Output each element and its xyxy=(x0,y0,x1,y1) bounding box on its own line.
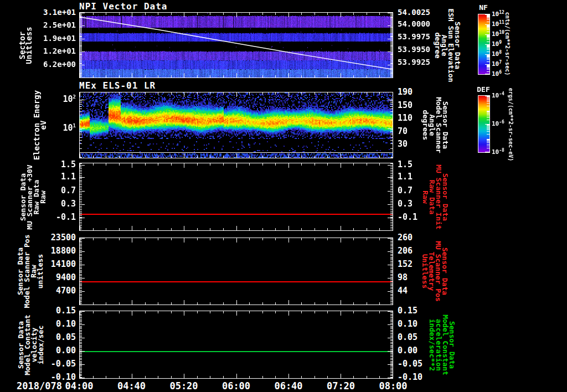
x-tick-mark xyxy=(367,92,367,95)
colorbar-minor-tick xyxy=(487,68,489,69)
x-tick-mark xyxy=(315,13,315,15)
y-tick-mark xyxy=(80,70,82,71)
y-tick-mark xyxy=(80,133,82,133)
y-tick-label-right: 30 xyxy=(398,139,408,149)
colorbar-minor-tick xyxy=(487,55,489,55)
colorbar-minor-tick xyxy=(487,66,489,67)
y-tick-mark xyxy=(390,48,393,49)
y-tick-mark-major xyxy=(388,338,393,338)
colorbar-minor-tick xyxy=(487,96,489,97)
y-tick-mark-major xyxy=(388,251,393,252)
y-tick-mark xyxy=(390,222,393,223)
y-tick-mark xyxy=(390,168,393,169)
colorbar-minor-tick xyxy=(487,97,489,97)
y-tick-mark xyxy=(390,277,393,277)
y-tick-mark xyxy=(80,111,82,112)
colorbar-minor-tick xyxy=(487,25,489,25)
y-tick-mark xyxy=(80,327,82,328)
x-tick-mark xyxy=(106,238,106,240)
y-tick-mark xyxy=(80,258,82,259)
y-tick-mark xyxy=(390,286,393,286)
colorbar-tick-label: 10-4 xyxy=(492,91,504,100)
y-tick-mark-major xyxy=(388,238,393,239)
x-tick-mark xyxy=(379,156,380,158)
x-tick-mark xyxy=(236,73,237,78)
y-tick-mark xyxy=(80,22,82,23)
y-tick-mark xyxy=(80,78,82,78)
model-constant-velocity-line xyxy=(80,351,393,352)
y-tick-mark xyxy=(80,222,82,223)
x-tick-mark xyxy=(223,311,224,313)
x-tick-mark xyxy=(236,163,237,168)
colorbar-minor-tick xyxy=(487,46,489,47)
panel-p4-plot-area xyxy=(79,238,393,305)
x-tick-mark xyxy=(197,156,198,158)
x-tick-mark xyxy=(315,228,315,230)
y-tick-mark xyxy=(390,264,393,264)
colorbar-minor-tick xyxy=(487,67,489,68)
x-tick-mark xyxy=(275,238,276,240)
colorbar-units-label: cnts/(cm**2-sr-sec) xyxy=(504,12,511,75)
els-spectrogram-canvas xyxy=(80,92,393,158)
y-tick-mark xyxy=(390,143,393,144)
y-tick-mark xyxy=(390,181,393,182)
y-tick-mark xyxy=(80,349,82,349)
y-tick-mark xyxy=(390,343,393,344)
x-tick-mark xyxy=(249,238,250,240)
x-tick-mark xyxy=(288,311,289,316)
y-tick-mark xyxy=(390,279,393,280)
colorbar-minor-tick xyxy=(487,61,489,62)
y-tick-mark xyxy=(390,211,393,212)
y-tick-mark xyxy=(390,314,393,314)
y-tick-mark xyxy=(80,49,82,50)
y-tick-mark xyxy=(80,75,82,76)
x-tick-mark xyxy=(210,13,210,15)
x-tick-mark xyxy=(262,302,263,305)
colorbar-minor-tick xyxy=(487,27,489,28)
exponent: 1 xyxy=(73,123,76,128)
y-tick-mark xyxy=(80,143,82,144)
y-tick-mark xyxy=(80,208,82,208)
x-tick-mark xyxy=(145,228,146,230)
x-tick-mark xyxy=(132,311,132,316)
y-axis-label: Sensor Data MU Scanner +30V Raw Data Raw xyxy=(20,164,47,229)
y-tick-mark xyxy=(390,369,393,369)
y-tick-mark xyxy=(80,206,82,207)
colorbar-tick-label: 108 xyxy=(492,50,502,58)
x-tick-mark xyxy=(301,13,302,15)
y-tick-mark-major xyxy=(388,364,393,365)
y-tick-mark xyxy=(390,19,393,19)
y-tick-mark-major xyxy=(80,191,85,192)
x-tick-mark xyxy=(106,92,106,95)
x-tick-mark xyxy=(327,311,328,313)
y-tick-mark xyxy=(390,41,393,42)
y-tick-mark-major xyxy=(80,324,85,325)
y-tick-mark xyxy=(390,365,393,365)
x-tick-mark xyxy=(367,376,367,378)
y-axis-label: Sensor Data Model Scanner Angle degrees xyxy=(422,97,449,153)
y-tick-mark xyxy=(80,19,82,19)
x-tick-mark xyxy=(262,13,263,15)
y-tick-mark xyxy=(80,101,82,101)
y-tick-mark xyxy=(390,297,393,297)
x-tick-mark xyxy=(236,13,237,17)
colorbar-minor-tick xyxy=(487,37,489,37)
y-tick-mark-major xyxy=(388,204,393,205)
y-tick-mark xyxy=(390,183,393,183)
x-tick-mark xyxy=(288,300,289,305)
y-tick-mark xyxy=(80,214,82,214)
y-tick-mark xyxy=(80,109,82,109)
y-tick-mark xyxy=(390,290,393,291)
y-tick-mark xyxy=(80,369,82,369)
colorbar-minor-tick xyxy=(487,56,489,57)
y-tick-mark xyxy=(80,68,82,69)
x-tick-mark xyxy=(249,376,250,378)
x-tick-mark xyxy=(223,376,224,378)
y-tick-mark xyxy=(80,61,82,61)
x-tick-mark xyxy=(132,92,132,97)
x-tick-mark xyxy=(353,302,354,305)
y-tick-mark xyxy=(390,64,393,64)
y-tick-mark xyxy=(80,334,82,334)
y-tick-mark xyxy=(390,262,393,262)
x-tick-mark xyxy=(249,92,250,95)
